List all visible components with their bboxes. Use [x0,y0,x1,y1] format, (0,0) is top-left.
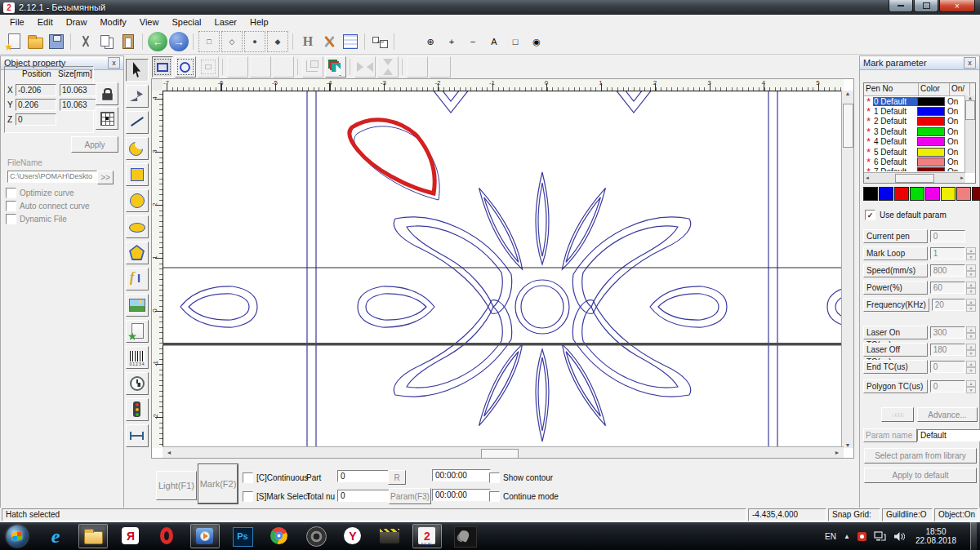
close-button[interactable]: × [939,0,975,12]
browse-button[interactable]: >> [97,171,114,184]
pen-table-vscrollbar[interactable]: ▲ [964,95,975,173]
zoom-pan[interactable]: ⊕ [421,32,440,51]
pen-row[interactable]: 4 Default On [864,137,975,147]
hatch[interactable]: H [298,32,318,51]
continue-mode-checkbox[interactable] [489,491,500,502]
param-value-field[interactable]: 0 [930,380,965,393]
zoom-normal[interactable] [399,32,419,51]
spinner[interactable]: ▲▼ [966,282,976,294]
vertical-scrollbar[interactable]: ▲ ▼ [841,91,853,448]
param-value-field[interactable]: 300 [930,326,965,339]
io-tool[interactable] [126,398,149,421]
drawing-area[interactable] [163,91,844,448]
scroll-down-icon[interactable]: ▼ [843,442,853,448]
minimize-button[interactable] [889,0,913,12]
param-value-field[interactable]: 180 [930,344,965,356]
checkbox[interactable] [6,188,16,198]
y-position-field[interactable]: 0.206 [16,99,56,111]
vision-app[interactable] [451,525,479,548]
menu-item[interactable]: Laser [208,16,244,28]
pen-row[interactable]: 7 Default On [864,167,975,171]
vertical-scroll-thumb[interactable] [843,104,853,148]
line-tool[interactable] [126,111,149,134]
part-input[interactable]: 0 [337,470,390,482]
wobble-rings-button[interactable]: ◌◌◌◌ [881,407,914,422]
filename-input[interactable]: C:\Users\POMAH\Deskto [7,171,97,183]
ellipse-tool[interactable] [126,215,149,238]
paste[interactable] [118,32,138,51]
zoom-all[interactable]: A [484,32,504,51]
language-indicator[interactable]: EN [825,532,836,541]
pen-column-header[interactable]: Pen No [864,83,919,95]
pen-row[interactable]: 3 Default On [864,126,975,136]
cut[interactable] [76,32,96,51]
canvas-viewport[interactable]: -7-6-5-4-3-2-1012345 43210-1-2 [151,78,854,459]
menu-item[interactable]: Special [165,16,207,28]
checkbox[interactable] [6,214,16,224]
mark-params[interactable] [341,32,360,51]
menu-item[interactable]: View [133,16,166,28]
color-swatch[interactable] [879,187,893,201]
light-button[interactable]: Light(F1) [156,471,197,500]
color-swatch[interactable] [925,187,940,201]
spinner[interactable]: ▲▼ [966,361,976,373]
mark-select-checkbox[interactable] [243,491,253,502]
zoom-page[interactable]: ◉ [527,32,546,51]
param-value-field[interactable]: 1 [930,247,965,259]
total-input[interactable]: 0 [337,490,390,502]
use-default-checkbox[interactable] [865,210,875,220]
zoom-out[interactable]: − [463,32,483,51]
lock-aspect-button[interactable] [96,82,118,105]
save-file[interactable] [47,32,66,51]
ornament-pattern[interactable] [163,91,844,448]
continuous-checkbox[interactable] [243,472,253,483]
tray-app-icon[interactable] [858,532,866,541]
ezcad[interactable]: 2 [412,524,442,548]
horizontal-scrollbar[interactable]: ◄ ► [163,446,844,458]
laser-app[interactable] [376,525,403,548]
param-value-field[interactable]: 60 [930,282,965,294]
node-edit-c[interactable]: ● [244,31,265,52]
spinner[interactable]: ▲▼ [966,247,976,259]
menu-item[interactable]: Modify [93,16,132,28]
color-swatch[interactable] [956,187,971,201]
open-file[interactable] [25,32,45,51]
circle-tool[interactable] [126,189,149,212]
menu-item[interactable]: Draw [60,16,94,28]
zoom-in[interactable]: + [442,32,461,51]
apply-to-default-button[interactable]: Apply to default [864,468,977,483]
photoshop[interactable]: Ps [229,525,256,548]
reset-count-button[interactable]: R [388,470,406,485]
undo[interactable]: ← [148,32,167,51]
select-all[interactable] [152,56,173,78]
spinner[interactable]: ▲▼ [966,380,976,393]
media-player[interactable] [190,524,220,548]
color-swatch[interactable] [863,187,878,201]
nodeedit-tool[interactable] [126,85,149,108]
start[interactable] [3,525,33,548]
polygon-tool[interactable] [126,242,149,264]
aimp[interactable] [302,525,330,548]
bitmap-tool[interactable] [126,294,149,317]
node-edit-d[interactable]: ◆ [267,31,288,52]
pen-row[interactable]: 1 Default On [864,106,975,116]
vector-tool[interactable] [126,320,149,343]
pen-row[interactable]: 0 Default On [864,96,975,106]
zoom-select[interactable]: □ [506,32,525,51]
pen-row[interactable]: 2 Default On [864,117,975,126]
param-value-field[interactable]: 20 [932,299,965,311]
text-tool[interactable] [126,268,149,291]
show-contour-checkbox[interactable] [489,472,500,483]
on-column-header[interactable]: On/ [950,83,970,95]
param-value-field[interactable]: 0 [930,361,965,373]
selected-hatch-object[interactable] [350,120,439,200]
menu-item[interactable]: Edit [31,16,60,28]
delay-tool[interactable] [126,372,149,395]
z-position-field[interactable]: 0 [16,113,56,126]
copy[interactable] [97,32,117,51]
param-name-field[interactable]: Default [917,429,980,441]
mark-button[interactable]: Mark(F2) [198,464,238,503]
color-column-header[interactable]: Color [919,83,950,95]
menu-item[interactable]: File [3,16,31,28]
color-swatch[interactable] [910,187,924,201]
